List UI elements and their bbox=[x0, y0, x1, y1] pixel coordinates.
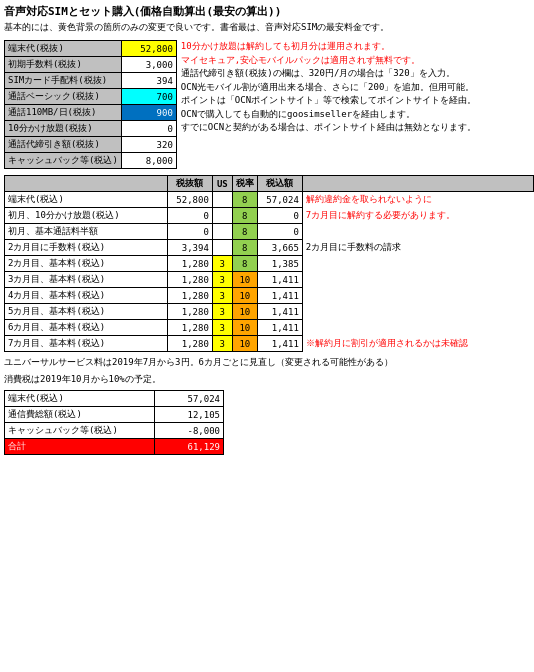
summary-value: -8,000 bbox=[154, 423, 223, 439]
detail-us: 3 bbox=[212, 256, 232, 272]
input-table: 端末代(税抜) 52,800 初期手数料(税抜) 3,000 SIMカード手配料… bbox=[4, 40, 177, 169]
detail-label: 端末代(税込) bbox=[5, 192, 168, 208]
detail-zei: 3,394 bbox=[167, 240, 212, 256]
main-layout: 端末代(税抜) 52,800 初期手数料(税抜) 3,000 SIMカード手配料… bbox=[4, 40, 530, 169]
left-value: 900 bbox=[121, 105, 176, 121]
detail-zeikomi: 0 bbox=[257, 208, 302, 224]
detail-label: 3カ月目、基本料(税込) bbox=[5, 272, 168, 288]
detail-label: 2カ月目に手数料(税込) bbox=[5, 240, 168, 256]
left-value: 0 bbox=[121, 121, 176, 137]
tax-note: 消費税は2019年10月から10%の予定。 bbox=[4, 373, 530, 386]
summary-value: 57,024 bbox=[154, 391, 223, 407]
header-zeikomi: 税込額 bbox=[257, 176, 302, 192]
detail-zei: 1,280 bbox=[167, 256, 212, 272]
left-label: 通話代締引き額(税抜) bbox=[5, 137, 122, 153]
detail-rate: 10 bbox=[232, 320, 257, 336]
page-container: 音声対応SIMとセット購入(価格自動算出(最安の算出)) 基本的には、黄色背景の… bbox=[4, 4, 530, 455]
detail-us bbox=[212, 192, 232, 208]
detail-us: 3 bbox=[212, 272, 232, 288]
detail-rate: 8 bbox=[232, 208, 257, 224]
right-notices-panel: 10分かけ放題は解約しても初月分は運用されます。マイセキュア,安心モバイルパック… bbox=[181, 40, 530, 169]
detail-label: 4カ月目、基本料(税込) bbox=[5, 288, 168, 304]
detail-us bbox=[212, 224, 232, 240]
notice-item: 10分かけ放題は解約しても初月分は運用されます。 bbox=[181, 40, 530, 54]
detail-rate: 8 bbox=[232, 192, 257, 208]
header-label bbox=[5, 176, 168, 192]
left-label: 通話ベーシック(税抜) bbox=[5, 89, 122, 105]
detail-zeikomi: 1,411 bbox=[257, 304, 302, 320]
detail-note bbox=[302, 320, 533, 336]
left-label: 10分かけ放題(税抜) bbox=[5, 121, 122, 137]
detail-note bbox=[302, 288, 533, 304]
detail-zeikomi: 1,411 bbox=[257, 272, 302, 288]
detail-zeikomi: 1,385 bbox=[257, 256, 302, 272]
detail-rate: 8 bbox=[232, 256, 257, 272]
left-value: 700 bbox=[121, 89, 176, 105]
detail-label: 7カ月目、基本料(税込) bbox=[5, 336, 168, 352]
header-note bbox=[302, 176, 533, 192]
notice-item: ポイントは「OCNポイントサイト」等で検索してポイントサイトを経由。 bbox=[181, 94, 530, 108]
left-label: SIMカード手配料(税抜) bbox=[5, 73, 122, 89]
detail-table: 税抜額 US 税率 税込額 端末代(税込) 52,800 8 57,024 解約… bbox=[4, 175, 534, 352]
detail-rate: 8 bbox=[232, 240, 257, 256]
detail-us: 3 bbox=[212, 336, 232, 352]
left-label: 初期手数料(税抜) bbox=[5, 57, 122, 73]
detail-rate: 10 bbox=[232, 272, 257, 288]
summary-label: 通信費総額(税込) bbox=[5, 407, 155, 423]
detail-label: 5カ月目、基本料(税込) bbox=[5, 304, 168, 320]
detail-label: 6カ月目、基本料(税込) bbox=[5, 320, 168, 336]
universal-note: ユニバーサルサービス料は2019年7月から3円。6カ月ごとに見直し（変更される可… bbox=[4, 356, 530, 369]
detail-zei: 52,800 bbox=[167, 192, 212, 208]
detail-zeikomi: 3,665 bbox=[257, 240, 302, 256]
left-value: 3,000 bbox=[121, 57, 176, 73]
left-input-table: 端末代(税抜) 52,800 初期手数料(税抜) 3,000 SIMカード手配料… bbox=[4, 40, 177, 169]
detail-zei: 1,280 bbox=[167, 272, 212, 288]
detail-us: 3 bbox=[212, 304, 232, 320]
detail-us bbox=[212, 208, 232, 224]
detail-zei: 0 bbox=[167, 208, 212, 224]
detail-note: 2カ月目に手数料の請求 bbox=[302, 240, 533, 256]
header-zeibetsu: 税抜額 bbox=[167, 176, 212, 192]
notice-item: OCNで購入しても自動的にgoosimsellerを経由します。 bbox=[181, 108, 530, 122]
summary-label: キャッシュバック等(税込) bbox=[5, 423, 155, 439]
detail-zei: 1,280 bbox=[167, 304, 212, 320]
detail-zeikomi: 1,411 bbox=[257, 320, 302, 336]
detail-us: 3 bbox=[212, 288, 232, 304]
detail-note bbox=[302, 256, 533, 272]
detail-rate: 10 bbox=[232, 336, 257, 352]
detail-us: 3 bbox=[212, 320, 232, 336]
detail-zei: 1,280 bbox=[167, 288, 212, 304]
left-value: 52,800 bbox=[121, 41, 176, 57]
summary-table: 端末代(税込) 57,024 通信費総額(税込) 12,105 キャッシュバック… bbox=[4, 390, 224, 455]
detail-note: 7カ月目に解約する必要があります。 bbox=[302, 208, 533, 224]
notice-item: 通話代締引き額(税抜)の欄は、320円/月の場合は「320」を入力。 bbox=[181, 67, 530, 81]
detail-zeikomi: 1,411 bbox=[257, 336, 302, 352]
detail-zei: 1,280 bbox=[167, 320, 212, 336]
detail-zeikomi: 0 bbox=[257, 224, 302, 240]
detail-zeikomi: 57,024 bbox=[257, 192, 302, 208]
detail-zei: 1,280 bbox=[167, 336, 212, 352]
detail-rate: 10 bbox=[232, 304, 257, 320]
detail-zei: 0 bbox=[167, 224, 212, 240]
detail-note: ※解約月に割引が適用されるかは未確認 bbox=[302, 336, 533, 352]
detail-note bbox=[302, 224, 533, 240]
summary-value: 61,129 bbox=[154, 439, 223, 455]
detail-note bbox=[302, 304, 533, 320]
summary-value: 12,105 bbox=[154, 407, 223, 423]
detail-label: 2カ月目、基本料(税込) bbox=[5, 256, 168, 272]
left-label: 通話110MB/日(税抜) bbox=[5, 105, 122, 121]
header-us: US bbox=[212, 176, 232, 192]
left-label: 端末代(税抜) bbox=[5, 41, 122, 57]
left-value: 8,000 bbox=[121, 153, 176, 169]
summary-label: 端末代(税込) bbox=[5, 391, 155, 407]
left-value: 320 bbox=[121, 137, 176, 153]
notice-item: すでにOCNと契約がある場合は、ポイントサイト経由は無効となります。 bbox=[181, 121, 530, 135]
detail-note bbox=[302, 272, 533, 288]
header-rate: 税率 bbox=[232, 176, 257, 192]
detail-rate: 10 bbox=[232, 288, 257, 304]
detail-note: 解約違約金を取られないように bbox=[302, 192, 533, 208]
notice-item: OCN光モバイル割が適用出来る場合、さらに「200」を追加。但用可能。 bbox=[181, 81, 530, 95]
notice-item: マイセキュア,安心モバイルパックは適用されず無料です。 bbox=[181, 54, 530, 68]
left-value: 394 bbox=[121, 73, 176, 89]
detail-rate: 8 bbox=[232, 224, 257, 240]
